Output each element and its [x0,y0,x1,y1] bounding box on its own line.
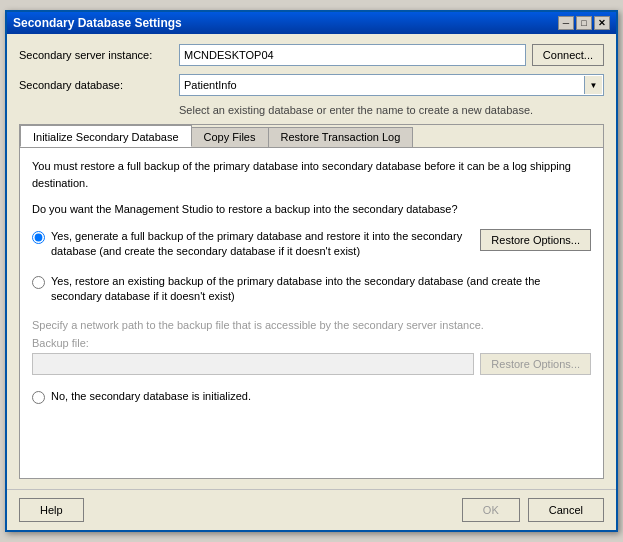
database-label: Secondary database: [19,79,179,91]
option1-label: Yes, generate a full backup of the prima… [51,229,470,260]
dialog-title: Secondary Database Settings [13,16,182,30]
option1-row: Yes, generate a full backup of the prima… [32,229,591,260]
tab-content-initialize: You must restore a full backup of the pr… [20,148,603,478]
footer-right: OK Cancel [462,498,604,522]
backup-file-label: Backup file: [32,337,591,349]
restore-options-button-2: Restore Options... [480,353,591,375]
option2-row: Yes, restore an existing backup of the p… [32,274,591,305]
database-row: Secondary database: PatientInfo ▼ [19,74,604,96]
minimize-button[interactable]: ─ [558,16,574,30]
server-row: Secondary server instance: Connect... [19,44,604,66]
tab-copyfiles[interactable]: Copy Files [191,127,269,147]
option3-label: No, the secondary database is initialize… [51,389,591,404]
help-button[interactable]: Help [19,498,84,522]
tab-bar: Initialize Secondary Database Copy Files… [20,125,603,148]
title-bar-buttons: ─ □ ✕ [558,16,610,30]
maximize-button[interactable]: □ [576,16,592,30]
backup-row: Restore Options... [32,353,591,375]
backup-file-input [32,353,474,375]
close-button[interactable]: ✕ [594,16,610,30]
ok-button[interactable]: OK [462,498,520,522]
database-select-wrapper: PatientInfo ▼ [179,74,604,96]
tab-initialize[interactable]: Initialize Secondary Database [20,125,192,147]
option2-radio[interactable] [32,276,45,289]
tab-restore-log[interactable]: Restore Transaction Log [268,127,414,147]
backup-hint: Specify a network path to the backup fil… [32,319,591,331]
server-label: Secondary server instance: [19,49,179,61]
dialog-body: Secondary server instance: Connect... Se… [7,34,616,489]
title-bar: Secondary Database Settings ─ □ ✕ [7,12,616,34]
database-select[interactable]: PatientInfo [179,74,604,96]
backup-section: Specify a network path to the backup fil… [32,319,591,375]
dialog-footer: Help OK Cancel [7,489,616,530]
info-text: You must restore a full backup of the pr… [32,158,591,191]
server-input[interactable] [179,44,526,66]
option1-radio[interactable] [32,231,45,244]
dialog: Secondary Database Settings ─ □ ✕ Second… [5,10,618,532]
option2-label: Yes, restore an existing backup of the p… [51,274,591,305]
connect-button[interactable]: Connect... [532,44,604,66]
tabs-container: Initialize Secondary Database Copy Files… [19,124,604,479]
question-text: Do you want the Management Studio to res… [32,203,591,215]
option3-row: No, the secondary database is initialize… [32,389,591,404]
restore-options-button-1[interactable]: Restore Options... [480,229,591,251]
cancel-button[interactable]: Cancel [528,498,604,522]
option3-radio[interactable] [32,391,45,404]
database-hint: Select an existing database or enter the… [179,104,604,116]
